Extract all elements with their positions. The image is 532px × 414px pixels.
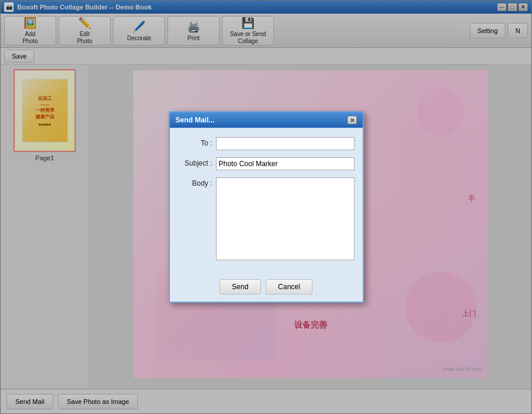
send-button[interactable]: Send xyxy=(220,279,261,295)
send-mail-dialog: Send Mail... ✕ To : Subject : Body : Sen… xyxy=(169,111,364,303)
to-label: To : xyxy=(178,137,212,147)
subject-input[interactable] xyxy=(216,157,354,170)
subject-label: Subject : xyxy=(178,157,212,167)
modal-titlebar: Send Mail... ✕ xyxy=(170,112,363,128)
subject-field-row: Subject : xyxy=(178,157,354,170)
body-textarea[interactable] xyxy=(216,177,354,260)
modal-title: Send Mail... xyxy=(176,116,215,124)
modal-footer: Send Cancel xyxy=(170,274,363,302)
modal-close-button[interactable]: ✕ xyxy=(347,116,357,124)
to-input[interactable] xyxy=(216,137,354,150)
body-label: Body : xyxy=(178,177,212,187)
to-field-row: To : xyxy=(178,137,354,150)
body-field-row: Body : xyxy=(178,177,354,260)
modal-overlay: Send Mail... ✕ To : Subject : Body : Sen… xyxy=(0,0,532,414)
modal-body: To : Subject : Body : xyxy=(170,128,363,274)
cancel-button[interactable]: Cancel xyxy=(266,279,312,295)
